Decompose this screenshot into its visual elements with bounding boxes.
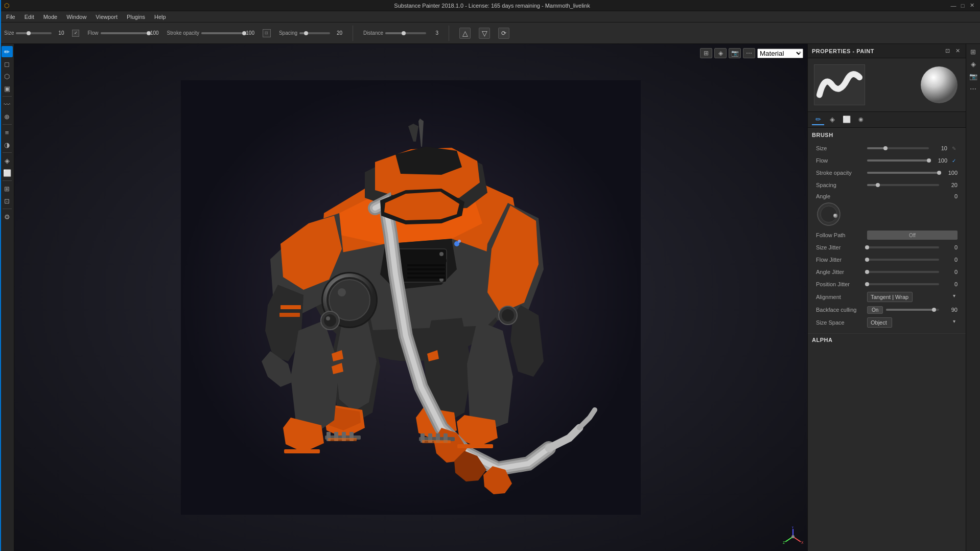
svg-rect-36 [407, 272, 445, 274]
smudge-tool-button[interactable]: 〰 [2, 99, 13, 110]
material-tool-button[interactable]: ◈ [2, 155, 13, 166]
spacing-slider[interactable] [299, 32, 330, 34]
size-jitter-slider-wrapper: 0 [867, 244, 958, 250]
angle-jitter-slider[interactable] [867, 271, 939, 273]
spacing-value: 20 [332, 30, 342, 36]
flow-jitter-slider[interactable] [867, 259, 939, 261]
menu-viewport[interactable]: Viewport [91, 13, 122, 21]
backface-culling-on[interactable]: On [867, 306, 883, 314]
tab-material[interactable]: ◈ [826, 114, 838, 125]
stroke-opacity-slider[interactable] [201, 32, 242, 34]
far-right-btn-2[interactable]: ◈ [968, 58, 979, 70]
brush-size-slider[interactable] [867, 147, 929, 149]
size-slider[interactable] [16, 32, 52, 34]
paint-tool-button[interactable]: ✏ [2, 46, 13, 57]
brush-section-title: BRUSH [812, 132, 962, 138]
tab-texture[interactable]: ⬜ [841, 114, 853, 125]
viewport-content [14, 44, 807, 551]
transform-tool-button[interactable]: ⊡ [2, 195, 13, 206]
properties-close-button[interactable]: ✕ [953, 47, 962, 55]
far-right-btn-4[interactable]: ⋯ [968, 83, 979, 94]
flow-slider[interactable] [101, 32, 147, 34]
viewport-btn-render[interactable]: ◈ [714, 48, 727, 58]
properties-header: PROPERTIES - PAINT ⊡ ✕ [808, 44, 966, 58]
brush-size-label: Size [816, 145, 867, 151]
viewport-btn-camera[interactable]: 📷 [729, 48, 741, 58]
brush-flow-value: 100 [932, 157, 947, 164]
size-jitter-label: Size Jitter [816, 244, 867, 250]
settings-tool-button[interactable]: ⚙ [2, 211, 13, 222]
svg-rect-37 [407, 277, 445, 279]
layer-tool-button[interactable]: ≡ [2, 127, 13, 138]
size-checkbox[interactable]: ✓ [72, 30, 79, 37]
select-tool-button[interactable]: ⊞ [2, 183, 13, 194]
brush-flow-edit[interactable]: ✓ [950, 157, 958, 164]
fill-tool-button[interactable]: ▣ [2, 83, 13, 94]
follow-path-label: Follow Path [816, 232, 867, 238]
svg-rect-39 [279, 313, 300, 317]
maximize-button[interactable]: □ [959, 2, 967, 9]
backface-culling-slider[interactable] [886, 309, 939, 311]
menu-file[interactable]: File [2, 13, 19, 21]
alignment-row: Alignment Tangent | Wrap UV World [812, 290, 962, 304]
viewport-btn-layers[interactable]: ⊞ [700, 48, 712, 58]
eraser-tool-button[interactable]: ◻ [2, 58, 13, 70]
material-select[interactable]: Material Base Color Metallic Roughness N… [757, 49, 803, 58]
left-tool-sep-5 [3, 209, 12, 209]
menu-help[interactable]: Help [150, 13, 170, 21]
menu-mode[interactable]: Mode [39, 13, 62, 21]
brush-preview [814, 64, 865, 105]
menu-edit[interactable]: Edit [20, 13, 38, 21]
toolbar: Size 10 ✓ Flow 100 Stroke opacity [0, 22, 980, 44]
viewport[interactable]: ⊞ ◈ 📷 ⋯ Material Base Color Metallic Rou… [14, 44, 807, 551]
position-jitter-slider[interactable] [867, 283, 939, 285]
size-space-label: Size Space [816, 319, 867, 326]
mask-tool-button[interactable]: ◑ [2, 139, 13, 150]
titlebar: ⬡ Substance Painter 2018.1.0 - License: … [0, 0, 980, 11]
angle-knob[interactable] [816, 201, 842, 227]
far-right-btn-3[interactable]: 📷 [968, 71, 979, 82]
tab-row: ✏ ◈ ⬜ ◉ [808, 112, 966, 128]
viewport-btn-more[interactable]: ⋯ [743, 48, 755, 58]
brush-spacing-slider[interactable] [867, 184, 939, 186]
toolbar-stroke-opacity-group: Stroke opacity 100 [167, 30, 254, 36]
distance-slider[interactable] [385, 32, 426, 34]
brush-spacing-slider-wrapper: 20 [867, 182, 958, 188]
minimize-button[interactable]: — [949, 2, 958, 9]
position-jitter-row: Position Jitter 0 [812, 278, 962, 290]
stroke-btn-3[interactable]: ⟳ [498, 28, 509, 39]
brush-flow-slider[interactable] [867, 159, 929, 162]
main-layout: ✏ ◻ ⬡ ▣ 〰 ⊕ ≡ ◑ ◈ ⬜ ⊞ ⊡ ⚙ [0, 44, 980, 551]
stroke-btn-1[interactable]: △ [459, 28, 471, 39]
menu-window[interactable]: Window [62, 13, 90, 21]
brush-flow-row: Flow 100 ✓ [812, 154, 962, 167]
stroke-opacity-toggle[interactable]: ⊡ [263, 29, 271, 37]
follow-path-toggle[interactable]: Off [867, 231, 958, 240]
stroke-btn-2[interactable]: ▽ [479, 28, 490, 39]
tab-brush[interactable]: ✏ [812, 114, 824, 125]
svg-point-32 [502, 309, 514, 322]
alignment-dropdown[interactable]: Tangent | Wrap UV World [867, 292, 913, 302]
far-right-btn-1[interactable]: ⊞ [968, 46, 979, 57]
toolbar-spacing-group: Spacing 20 [279, 30, 342, 36]
size-jitter-slider[interactable] [867, 246, 939, 248]
window-title: Substance Painter 2018.1.0 - License: 16… [394, 3, 590, 9]
brush-size-slider-wrapper: 10 ✎ [867, 145, 958, 152]
left-tool-sep-4 [3, 180, 12, 181]
texture-tool-button[interactable]: ⬜ [2, 167, 13, 178]
tab-effect[interactable]: ◉ [855, 114, 867, 125]
menu-plugins[interactable]: Plugins [123, 13, 149, 21]
brush-section: BRUSH Size 10 ✎ Flow [808, 128, 966, 333]
left-tool-sep-1 [3, 96, 12, 97]
brush-stroke-opacity-slider[interactable] [867, 172, 939, 174]
brush-size-edit[interactable]: ✎ [950, 145, 958, 152]
mammoth-illustration [181, 80, 641, 515]
projection-tool-button[interactable]: ⬡ [2, 71, 13, 82]
close-button[interactable]: ✕ [968, 2, 976, 9]
preview-area [808, 58, 966, 112]
properties-pin-button[interactable]: ⊡ [943, 47, 951, 55]
size-space-dropdown[interactable]: Object World Screen [867, 317, 892, 328]
angle-knob-area [816, 201, 958, 227]
clone-tool-button[interactable]: ⊕ [2, 111, 13, 122]
left-tool-sep-2 [3, 124, 12, 125]
